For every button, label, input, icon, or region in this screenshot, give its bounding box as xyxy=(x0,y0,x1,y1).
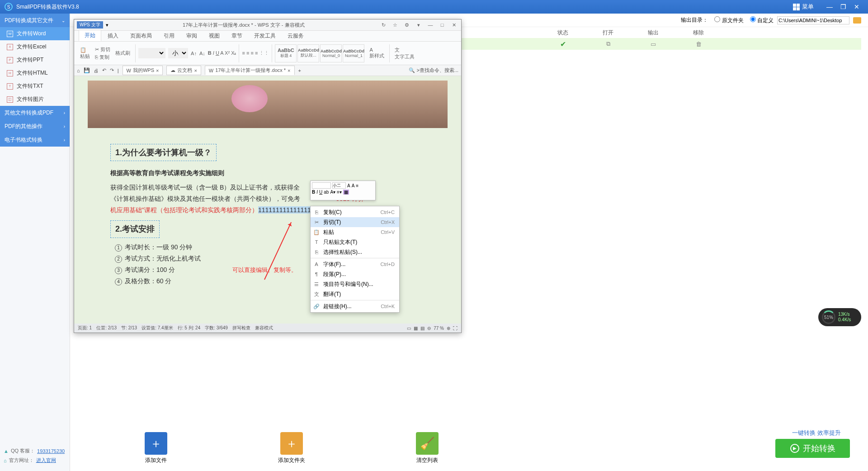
wps-help-icon[interactable]: ▾ xyxy=(414,22,423,28)
maximize-button[interactable]: ❐ xyxy=(836,3,850,10)
sidebar-item-excel[interactable]: X文件转Excel xyxy=(0,40,70,53)
remove-icon[interactable]: 🗑 xyxy=(676,41,721,48)
text-tool-button[interactable]: 文文字工具 xyxy=(392,45,417,62)
ctx-paste-text[interactable]: T只粘贴文本(T) xyxy=(311,237,399,247)
close-button[interactable]: ✕ xyxy=(850,3,863,10)
sidebar-item-html[interactable]: H文件转HTML xyxy=(0,67,70,80)
sidebar-item-txt[interactable]: T文件转TXT xyxy=(0,80,70,93)
heading-2[interactable]: 2.考试安排 xyxy=(110,220,160,238)
ctx-translate[interactable]: 文翻译(T) xyxy=(311,289,399,299)
tab-ref[interactable]: 引用 xyxy=(158,31,180,41)
doctab-mywps[interactable]: W 我的WPS × xyxy=(123,66,163,75)
doctab-current[interactable]: W 17年上半年计算一级报考.docx * × xyxy=(205,66,295,75)
status-spell[interactable]: 拼写检查 xyxy=(232,325,250,331)
minimize-button[interactable]: — xyxy=(823,3,836,10)
print-icon[interactable]: 🖨 xyxy=(94,68,99,73)
mini-shade[interactable]: ▦ xyxy=(343,190,349,195)
tab-dev[interactable]: 开发工具 xyxy=(249,31,281,41)
ctx-cut[interactable]: ✂剪切(T)Ctrl+X xyxy=(311,217,399,227)
cut-button[interactable]: ✂ 剪切 xyxy=(95,46,110,53)
clear-list-button[interactable]: 🧹 清空列表 xyxy=(359,432,495,464)
mini-font-family[interactable] xyxy=(312,182,331,189)
output-icon[interactable]: ▭ xyxy=(631,41,676,48)
sidebar-section-pdf-other-ops[interactable]: PDF的其他操作› xyxy=(0,119,70,133)
ctx-copy[interactable]: ⎘复制(C)Ctrl+C xyxy=(311,207,399,217)
radio-original-folder[interactable]: 原文件夹 xyxy=(712,16,743,24)
ctx-bullets[interactable]: ☰项目符号和编号(N)... xyxy=(311,279,399,289)
add-file-button[interactable]: ＋ 添加文件 xyxy=(88,432,224,464)
tab-layout[interactable]: 页面布局 xyxy=(125,31,157,41)
mini-fontcolor[interactable]: A▾ xyxy=(330,190,335,195)
undo-icon[interactable]: ↶ xyxy=(102,67,106,73)
style-gallery[interactable]: AaBbC标题 4 AaBbCcDd默认段... AaBbCcDdNormal_… xyxy=(275,44,364,62)
wps-gear-icon[interactable]: ⚙ xyxy=(402,22,411,28)
mini-underline[interactable]: U xyxy=(319,190,322,195)
shrink-font-icon[interactable]: A↓ xyxy=(199,51,205,56)
body-text[interactable]: 《计算机操作基础》模块及其他任一模块者（共两个模块），可免考 "0018 计算 xyxy=(110,193,425,205)
tab-review[interactable]: 审阅 xyxy=(181,31,203,41)
ctx-font[interactable]: A字体(F)...Ctrl+D xyxy=(311,259,399,269)
heading-1[interactable]: 1.为什么要考计算机一级？ xyxy=(110,144,217,161)
menu-button[interactable]: 菜单 xyxy=(793,3,814,11)
open-icon[interactable]: ⧉ xyxy=(585,40,631,48)
tab-home[interactable]: 开始 xyxy=(79,30,101,41)
sidebar-item-image[interactable]: ◫文件转图片 xyxy=(0,93,70,106)
wps-star-icon[interactable]: ☆ xyxy=(391,22,400,28)
ctx-paste[interactable]: 📋粘贴Ctrl+V xyxy=(311,227,399,237)
wps-document-canvas[interactable]: 1.为什么要考计算机一级？ 根据高等教育自学考试课程免考实施细则 获得全国计算机… xyxy=(74,76,461,324)
site-link[interactable]: 进入官网 xyxy=(36,457,56,464)
grow-font-icon[interactable]: A↑ xyxy=(191,51,197,56)
font-family-select[interactable] xyxy=(138,48,165,58)
output-path-input[interactable] xyxy=(777,16,849,24)
sidebar-section-other-to-pdf[interactable]: 其他文件转换成PDF› xyxy=(0,106,70,119)
wps-close[interactable]: ✕ xyxy=(449,22,458,28)
ctx-paste-special[interactable]: ⎘选择性粘贴(S)... xyxy=(311,247,399,257)
view-read-icon[interactable]: ▦ xyxy=(414,326,418,331)
zoom-in-icon[interactable]: ⊕ xyxy=(447,326,450,331)
wps-maximize[interactable]: □ xyxy=(438,22,447,28)
dropdown-icon[interactable]: ▾ xyxy=(106,22,108,28)
underline-button[interactable]: U xyxy=(216,50,219,56)
save-icon[interactable]: 💾 xyxy=(84,67,90,73)
redo-icon[interactable]: ↷ xyxy=(110,67,114,73)
search-placeholder[interactable]: 查找命令、搜索... xyxy=(420,67,458,73)
sidebar-section-ebook[interactable]: 电子书格式转换› xyxy=(0,133,70,147)
wps-sync-icon[interactable]: ↻ xyxy=(379,22,388,28)
shrink-font-icon[interactable]: A xyxy=(352,183,355,188)
doctab-cloud[interactable]: ☁ 云文档 × xyxy=(166,66,201,75)
italic-button[interactable]: I xyxy=(213,50,214,56)
new-tab-icon[interactable]: + xyxy=(298,68,301,73)
wps-minimize[interactable]: — xyxy=(426,22,435,28)
ctx-hyperlink[interactable]: 🔗超链接(H)...Ctrl+K xyxy=(311,301,399,311)
tab-section[interactable]: 章节 xyxy=(226,31,248,41)
tab-insert[interactable]: 插入 xyxy=(102,31,124,41)
paste-button[interactable]: 📋粘贴 xyxy=(78,46,92,61)
browse-folder-icon[interactable] xyxy=(853,17,861,24)
mini-highlight[interactable]: ab xyxy=(324,190,329,195)
home-icon[interactable]: ⌂ xyxy=(77,68,80,73)
zoom-out-icon[interactable]: ⊖ xyxy=(427,326,431,331)
view-web-icon[interactable]: ▤ xyxy=(420,326,425,331)
add-folder-button[interactable]: ＋ 添加文件夹 xyxy=(224,432,359,464)
copy-button[interactable]: ⎘ 复制 xyxy=(95,54,110,61)
subheading[interactable]: 根据高等教育自学考试课程免考实施细则 xyxy=(110,167,425,179)
fullscreen-icon[interactable]: ⛶ xyxy=(453,326,458,331)
font-size-select[interactable]: 小二 xyxy=(168,48,188,58)
mini-italic[interactable]: I xyxy=(316,190,318,195)
bold-button[interactable]: B xyxy=(208,50,212,56)
sidebar-item-word[interactable]: W文件转Word xyxy=(0,27,70,40)
mini-bold[interactable]: B xyxy=(312,190,315,195)
qq-link[interactable]: 1933175230 xyxy=(37,448,65,454)
format-painter[interactable]: 格式刷 xyxy=(113,48,132,58)
sidebar-section-pdf-to-other[interactable]: PDF转换成其它文件⌄ xyxy=(0,14,70,27)
mini-align[interactable]: ≡▾ xyxy=(337,190,342,195)
strike-button[interactable]: A xyxy=(220,50,223,56)
ctx-paragraph[interactable]: ¶段落(P)... xyxy=(311,269,399,279)
body-text[interactable]: 获得全国计算机等级考试一级（含一级 B）及以上证书者，或获得全 考试（NIT） xyxy=(110,182,425,193)
tab-cloud[interactable]: 云服务 xyxy=(282,31,309,41)
sidebar-item-ppt[interactable]: P文件转PPT xyxy=(0,53,70,67)
list-icon[interactable]: ≡ xyxy=(356,183,359,188)
tab-view[interactable]: 视图 xyxy=(203,31,225,41)
new-style-button[interactable]: A新样式 xyxy=(367,46,387,61)
view-print-icon[interactable]: ▭ xyxy=(407,326,411,331)
